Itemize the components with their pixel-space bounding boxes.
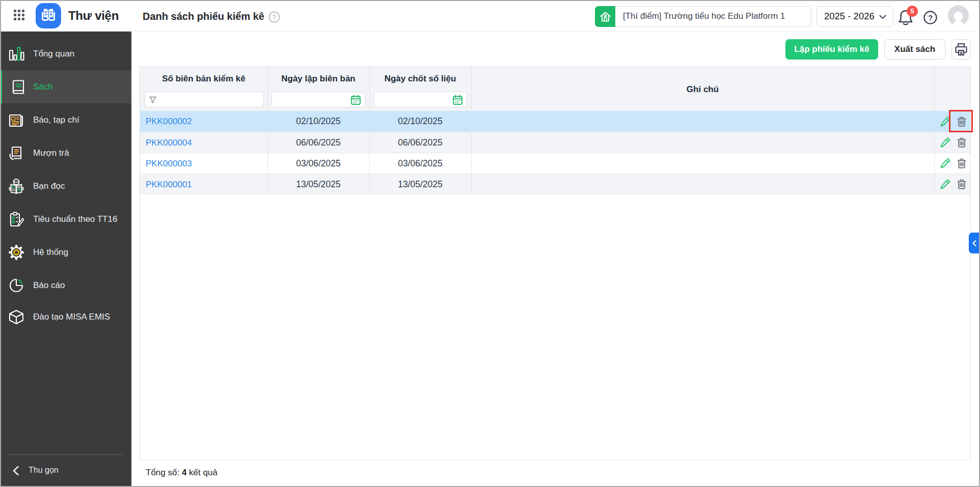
svg-text:?: ?	[273, 13, 277, 21]
svg-text:?: ?	[928, 13, 933, 22]
